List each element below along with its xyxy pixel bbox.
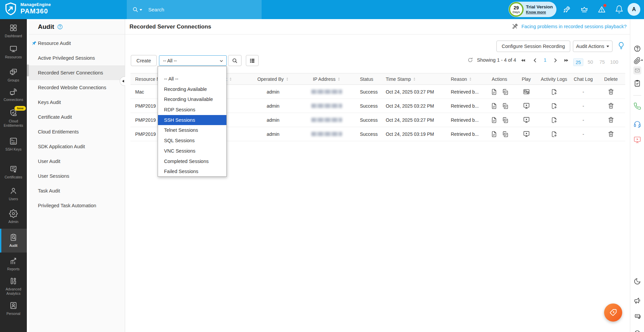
menu-item-task-audit[interactable]: Task Audit xyxy=(29,183,125,198)
column-chooser-button[interactable] xyxy=(246,55,259,66)
sidebar-item-dashboard[interactable]: Dashboard xyxy=(0,21,27,38)
play-session-recording-icon[interactable] xyxy=(523,88,530,95)
whats-new-rocket-icon[interactable] xyxy=(562,5,571,14)
know-more-link[interactable]: Know more xyxy=(526,10,553,14)
menu-item-sdk-application-audit[interactable]: SDK Application Audit xyxy=(29,139,125,154)
copy-report-icon[interactable] xyxy=(502,103,508,109)
current-page-number[interactable]: 1 xyxy=(544,57,546,63)
delete-trash-icon[interactable] xyxy=(608,89,614,95)
sort-icon[interactable] xyxy=(337,77,340,81)
sidebar-item-users[interactable]: Users xyxy=(0,184,27,201)
view-report-icon[interactable] xyxy=(491,103,497,109)
dropdown-option-recording-unavailable[interactable]: Recording Unavailable xyxy=(158,94,226,105)
dropdown-option-recording-available[interactable]: Recording Available xyxy=(158,84,226,95)
sidebar-item-admin[interactable]: Admin xyxy=(0,207,27,224)
play-monitor-icon[interactable] xyxy=(523,102,530,109)
phone-call-icon[interactable] xyxy=(633,102,641,110)
dropdown-option-sql-sessions[interactable]: SQL Sessions xyxy=(158,135,226,146)
reason-cell[interactable]: Retrieved b... xyxy=(444,99,484,113)
sidebar-item-personal[interactable]: Personal xyxy=(0,298,27,316)
page-size-75[interactable]: 75 xyxy=(599,59,605,65)
announcements-megaphone-icon[interactable] xyxy=(634,297,641,304)
menu-item-recorded-server-connections[interactable]: Recorded Server Connections xyxy=(29,65,125,80)
menu-item-certificate-audit[interactable]: Certificate Audit xyxy=(29,110,125,124)
create-button[interactable]: Create xyxy=(131,55,157,66)
activity-log-icon[interactable] xyxy=(551,117,557,123)
sidebar-item-advanced-analytics[interactable]: Advanced Analytics xyxy=(0,274,27,295)
session-filter-select[interactable]: -- All -- xyxy=(159,55,227,66)
reason-cell[interactable]: Retrieved b... xyxy=(444,85,484,99)
demo-video-icon[interactable] xyxy=(633,136,641,144)
sidebar-item-resources[interactable]: Resources xyxy=(0,42,27,59)
menu-item-resource-audit[interactable]: Resource Audit xyxy=(29,36,125,51)
menu-item-cloud-entitlements[interactable]: Cloud Entitlements xyxy=(29,124,125,139)
copy-report-icon[interactable] xyxy=(502,117,508,123)
dropdown-option-telnet-sessions[interactable]: Telnet Sessions xyxy=(158,125,226,135)
tips-bulb-icon[interactable] xyxy=(617,41,626,50)
activity-log-icon[interactable] xyxy=(551,103,557,109)
app-logo[interactable]: ManageEngine PAM360 xyxy=(4,2,51,15)
chat-bubbles-icon[interactable] xyxy=(634,313,641,320)
user-avatar[interactable]: A xyxy=(628,3,640,16)
alerts-warning-icon[interactable] xyxy=(597,5,606,14)
page-size-100[interactable]: 100 xyxy=(610,59,618,65)
menu-item-user-audit[interactable]: User Audit xyxy=(29,154,125,169)
global-search-input[interactable]: Search xyxy=(127,0,262,19)
search-scope-caret-icon[interactable] xyxy=(140,9,142,12)
menu-item-keys-audit[interactable]: Keys Audit xyxy=(29,95,125,110)
sidebar-item-connections[interactable]: Connections xyxy=(0,85,27,102)
dropdown-option-completed-sessions[interactable]: Completed Sessions xyxy=(158,156,226,167)
col-status[interactable]: Status xyxy=(352,73,380,85)
view-report-icon[interactable] xyxy=(491,117,497,123)
sidebar-item-certificates[interactable]: Certificates xyxy=(0,162,27,179)
nav-scrollbar-thumb[interactable] xyxy=(27,64,29,76)
support-headset-icon[interactable] xyxy=(633,120,641,128)
activity-log-icon[interactable] xyxy=(551,131,557,137)
delete-trash-icon[interactable] xyxy=(608,131,614,137)
copy-report-icon[interactable] xyxy=(502,89,508,95)
dropdown-option-rdp-sessions[interactable]: RDP Sessions xyxy=(158,105,226,115)
next-page-icon[interactable] xyxy=(552,57,558,63)
pricing-offer-floating-button[interactable] xyxy=(604,303,622,322)
reason-cell[interactable]: Retrieved b... xyxy=(444,127,484,141)
col-time-stamp[interactable]: Time Stamp xyxy=(380,73,444,85)
view-report-icon[interactable] xyxy=(491,131,497,137)
sort-icon[interactable] xyxy=(229,77,232,81)
sidebar-item-audit[interactable]: Audit xyxy=(0,229,27,253)
dropdown-option-vnc-sessions[interactable]: VNC Sessions xyxy=(158,146,226,156)
license-crown-icon[interactable] xyxy=(580,5,589,14)
reason-cell[interactable]: Retrieved b... xyxy=(444,113,484,127)
delete-trash-icon[interactable] xyxy=(608,117,614,123)
help-question-icon[interactable] xyxy=(634,45,641,52)
play-monitor-icon[interactable] xyxy=(523,130,530,137)
activity-log-icon[interactable] xyxy=(551,89,557,95)
dark-mode-moon-icon[interactable] xyxy=(634,278,641,285)
last-page-icon[interactable] xyxy=(563,57,569,63)
dropdown-option-ssh-sessions[interactable]: SSH Sessions xyxy=(158,115,226,125)
search-icon[interactable] xyxy=(132,6,139,13)
email-envelope-icon[interactable] xyxy=(633,66,641,74)
play-monitor-icon[interactable] xyxy=(523,116,530,123)
tasks-clipboard-check-icon[interactable] xyxy=(633,79,641,87)
notifications-bell-icon[interactable] xyxy=(615,5,624,14)
first-page-icon[interactable] xyxy=(520,57,526,63)
col-operated-by[interactable]: Operated By xyxy=(245,73,302,85)
page-size-25[interactable]: 25 xyxy=(573,58,583,66)
search-button[interactable] xyxy=(228,55,241,66)
trial-version-badge[interactable]: 29 Days Trial Version Know more xyxy=(508,2,556,17)
refresh-icon[interactable] xyxy=(467,57,473,63)
live-support-headphone-icon[interactable] xyxy=(634,329,641,332)
menu-item-privileged-task-automation[interactable]: Privileged Task Automation xyxy=(29,198,125,213)
col-reason[interactable]: Reason xyxy=(444,73,484,85)
sort-icon[interactable] xyxy=(286,77,289,81)
copy-report-icon[interactable] xyxy=(502,131,508,137)
view-report-icon[interactable] xyxy=(491,89,497,95)
sidebar-item-cloud-entitlements[interactable]: New Cloud Entitlements xyxy=(0,106,27,127)
menu-item-user-sessions[interactable]: User Sessions xyxy=(29,169,125,183)
help-question-icon[interactable] xyxy=(57,24,63,30)
sort-icon[interactable] xyxy=(413,77,416,81)
sidebar-item-groups[interactable]: Groups xyxy=(0,65,27,82)
attachments-paperclip-icon[interactable] xyxy=(634,57,641,64)
menu-item-recorded-website-connections[interactable]: Recorded Website Connections xyxy=(29,80,125,95)
page-size-50[interactable]: 50 xyxy=(588,59,593,65)
